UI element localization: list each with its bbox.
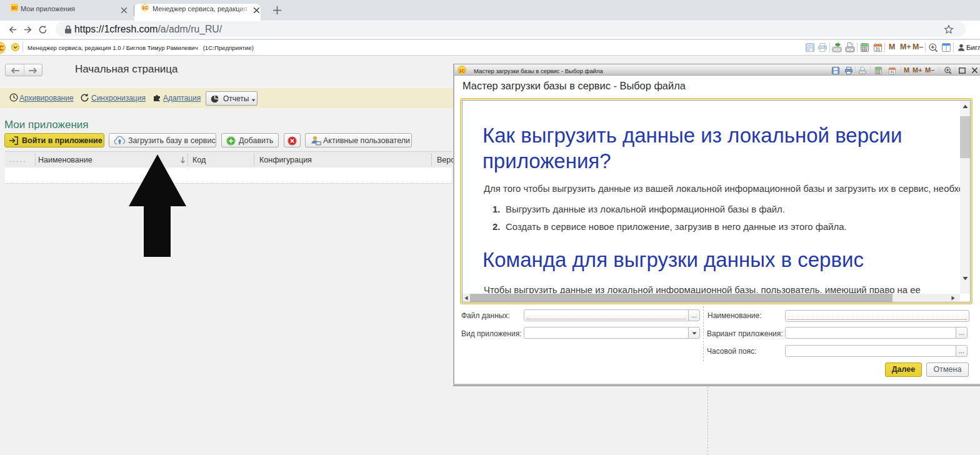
svg-text:1С: 1С [11, 5, 18, 11]
svg-text:31: 31 [890, 70, 894, 74]
svg-text:1С: 1С [142, 5, 148, 11]
svg-text:31: 31 [876, 47, 881, 51]
svg-text:1С: 1С [0, 45, 4, 52]
svg-text:1С: 1С [459, 68, 465, 74]
